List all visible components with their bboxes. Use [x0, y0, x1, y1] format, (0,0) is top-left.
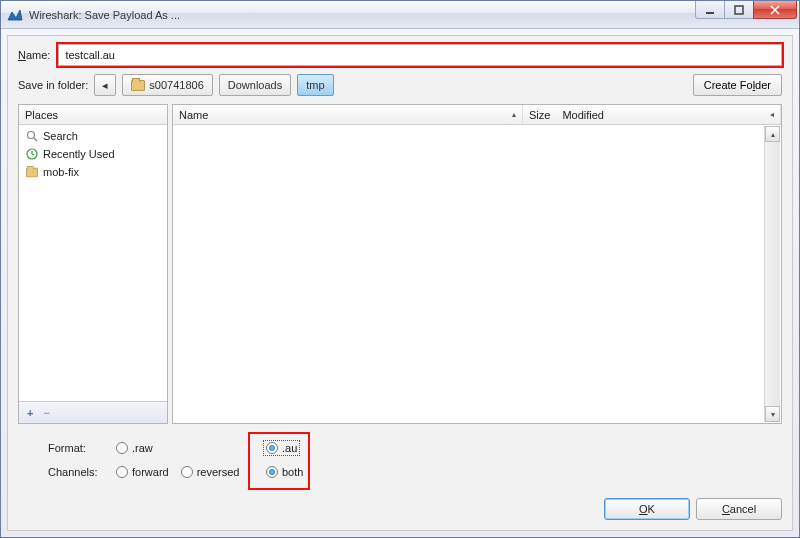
col-name[interactable]: Name ▴: [173, 105, 523, 124]
places-item-label: Recently Used: [43, 148, 115, 160]
radio-dot-icon: [116, 466, 128, 478]
places-item-label: mob-fix: [43, 166, 79, 178]
channels-both-group: both: [264, 465, 344, 479]
folder-icon: [131, 80, 145, 91]
file-browser: Places Search Recently Used: [18, 104, 782, 424]
radio-label: .au: [282, 442, 297, 454]
places-header-label: Places: [19, 105, 167, 124]
name-row: Name: testcall.au: [18, 44, 782, 66]
sort-indicator-icon: ▴: [512, 110, 516, 119]
window-buttons: [696, 1, 797, 19]
create-folder-button[interactable]: Create Folder: [693, 74, 782, 96]
name-input-value: testcall.au: [65, 49, 115, 61]
format-row: Format: .raw .au: [48, 436, 782, 460]
save-in-folder-label: Save in folder:: [18, 79, 88, 91]
places-add-button[interactable]: +: [27, 407, 33, 419]
client-area: Name: testcall.au Save in folder: ◂ s007…: [7, 35, 793, 531]
radio-reversed[interactable]: reversed: [179, 465, 242, 479]
radio-au[interactable]: .au: [264, 441, 299, 455]
file-list-header: Name ▴ Size Modified ◂: [173, 105, 781, 125]
close-button[interactable]: [753, 1, 797, 19]
ok-button[interactable]: OK: [604, 498, 690, 520]
save-dialog-window: Wireshark: Save Payload As ... Name: tes…: [0, 0, 800, 538]
channels-label: Channels:: [48, 466, 104, 478]
radio-raw[interactable]: .raw: [114, 441, 155, 455]
radio-dot-icon: [266, 442, 278, 454]
radio-label: reversed: [197, 466, 240, 478]
breadcrumb-s00741806[interactable]: s00741806: [122, 74, 212, 96]
scrollbar[interactable]: ▴ ▾: [764, 126, 780, 422]
scroll-down-icon[interactable]: ▾: [765, 406, 780, 422]
radio-label: forward: [132, 466, 169, 478]
recent-icon: [25, 147, 39, 161]
path-back-button[interactable]: ◂: [94, 74, 116, 96]
search-icon: [25, 129, 39, 143]
minimize-button[interactable]: [695, 1, 725, 19]
scroll-up-icon[interactable]: ▴: [765, 126, 780, 142]
folder-icon: [25, 165, 39, 179]
dialog-buttons: OK Cancel: [18, 492, 782, 520]
name-input[interactable]: testcall.au: [58, 44, 782, 66]
file-list-body[interactable]: [173, 125, 781, 423]
window-title: Wireshark: Save Payload As ...: [29, 9, 180, 21]
breadcrumb-downloads[interactable]: Downloads: [219, 74, 291, 96]
wireshark-icon: [7, 7, 23, 23]
save-in-folder-row: Save in folder: ◂ s00741806 Downloads tm…: [18, 74, 782, 96]
channels-row: Channels: forward reversed both: [48, 460, 782, 484]
radio-label: .raw: [132, 442, 153, 454]
radio-forward[interactable]: forward: [114, 465, 171, 479]
col-right-arrow-icon: ◂: [770, 110, 774, 119]
places-item-mobfix[interactable]: mob-fix: [19, 163, 167, 181]
places-item-search[interactable]: Search: [19, 127, 167, 145]
radio-both[interactable]: both: [264, 465, 305, 479]
maximize-button[interactable]: [724, 1, 754, 19]
radio-dot-icon: [266, 466, 278, 478]
col-modified[interactable]: Modified ◂: [556, 105, 781, 124]
radio-dot-icon: [181, 466, 193, 478]
format-au-group: .au: [264, 441, 344, 455]
places-remove-button[interactable]: −: [43, 407, 49, 419]
places-header[interactable]: Places: [19, 105, 167, 125]
options-area: Format: .raw .au Channels:: [18, 432, 782, 484]
places-pane: Places Search Recently Used: [18, 104, 168, 424]
places-item-label: Search: [43, 130, 78, 142]
breadcrumb-label: tmp: [306, 79, 324, 91]
file-list-pane: Name ▴ Size Modified ◂ ▴ ▾: [172, 104, 782, 424]
format-label: Format:: [48, 442, 104, 454]
places-body: Search Recently Used mob-fix: [19, 125, 167, 401]
svg-point-2: [28, 132, 35, 139]
places-item-recent[interactable]: Recently Used: [19, 145, 167, 163]
places-footer: + −: [19, 401, 167, 423]
radio-label: both: [282, 466, 303, 478]
breadcrumb-label: s00741806: [149, 79, 203, 91]
cancel-button[interactable]: Cancel: [696, 498, 782, 520]
name-label: Name:: [18, 49, 50, 61]
breadcrumb-label: Downloads: [228, 79, 282, 91]
svg-rect-1: [735, 6, 743, 14]
col-size[interactable]: Size: [523, 105, 556, 124]
svg-line-3: [34, 138, 37, 141]
svg-rect-0: [706, 12, 714, 14]
channels-fwd-rev-group: forward reversed: [114, 465, 254, 479]
titlebar: Wireshark: Save Payload As ...: [1, 1, 799, 29]
radio-dot-icon: [116, 442, 128, 454]
format-raw-group: .raw: [114, 441, 254, 455]
breadcrumb-tmp[interactable]: tmp: [297, 74, 333, 96]
